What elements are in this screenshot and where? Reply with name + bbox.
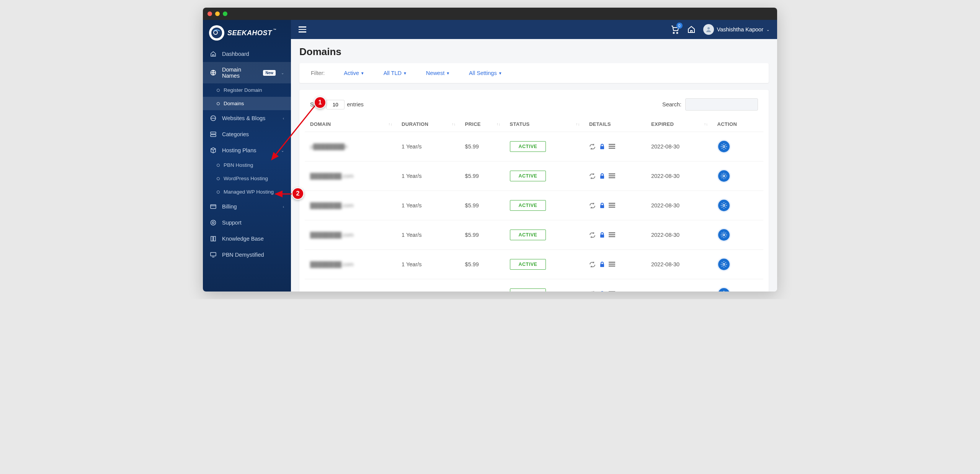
lock-icon[interactable] (599, 291, 605, 292)
cell-domain: ████████.com (305, 220, 396, 250)
cart-count-badge: 0 (676, 23, 683, 29)
cart-button[interactable]: 0 (670, 25, 679, 34)
refresh-icon[interactable] (589, 202, 596, 209)
action-gear-button[interactable] (717, 257, 731, 271)
action-gear-button[interactable] (717, 169, 731, 183)
list-icon[interactable] (609, 291, 615, 292)
app-window: SEEKAHOST™ Dashboard Domain Names New ⌄ … (203, 8, 777, 292)
sidebar-item-hosting-plans[interactable]: Hosting Plans ⌄ (203, 142, 291, 158)
svg-point-32 (723, 234, 725, 236)
sidebar-sub-domains[interactable]: Domains (203, 97, 291, 110)
user-menu-button[interactable]: Vashishtha Kapoor ⌄ (703, 24, 769, 35)
svg-rect-26 (609, 207, 615, 208)
list-icon[interactable] (609, 262, 615, 267)
col-price[interactable]: PRICE↑↓ (460, 117, 505, 132)
cell-domain: ████████.com (305, 250, 396, 279)
bullet-icon (217, 102, 220, 105)
svg-point-17 (723, 146, 725, 148)
filter-settings-dropdown[interactable]: All Settings▼ (469, 70, 502, 76)
sidebar-item-pbn-demystified[interactable]: PBN Demystified (203, 247, 291, 263)
sidebar-sub-managed-wp-hosting[interactable]: Managed WP Hosting (203, 185, 291, 199)
sidebar-sub-label: Register Domain (224, 87, 262, 93)
maximize-window-button[interactable] (223, 11, 227, 16)
lock-icon[interactable] (599, 144, 605, 150)
sidebar-item-label: Categories (222, 131, 249, 137)
col-domain[interactable]: DOMAIN↑↓ (305, 117, 396, 132)
bullet-icon (217, 191, 220, 194)
cell-details (584, 161, 646, 191)
cell-expired: 2022-08-30 (646, 220, 712, 250)
page-title: Domains (299, 46, 769, 58)
cell-action (712, 279, 763, 292)
sidebar-item-label: Knowledge Base (222, 236, 264, 242)
refresh-icon[interactable] (589, 173, 596, 179)
col-status[interactable]: STATUS↑↓ (505, 117, 584, 132)
action-gear-button[interactable] (717, 140, 731, 153)
list-icon[interactable] (609, 173, 615, 179)
new-badge: New (263, 70, 276, 76)
filter-active-dropdown[interactable]: Active▼ (344, 70, 364, 76)
menu-toggle-button[interactable] (299, 26, 306, 33)
refresh-icon[interactable] (589, 291, 596, 292)
lock-icon[interactable] (599, 173, 605, 179)
list-icon[interactable] (609, 144, 615, 149)
svg-rect-34 (609, 262, 615, 263)
sidebar-item-categories[interactable]: Categories (203, 126, 291, 142)
cell-action (712, 250, 763, 279)
cell-price: $5.99 (460, 191, 505, 220)
cell-status: ACTIVE (505, 279, 584, 292)
lock-icon[interactable] (599, 262, 605, 267)
action-gear-button[interactable] (717, 228, 731, 242)
lock-icon[interactable] (599, 203, 605, 208)
col-action: ACTION (712, 117, 763, 132)
sidebar-item-websites-blogs[interactable]: Websites & Blogs ‹ (203, 110, 291, 126)
action-gear-button[interactable] (717, 287, 731, 292)
table-row[interactable]: ████████.com 1 Year/s $5.99 ACTIVE 2022-… (305, 220, 763, 250)
card-icon (210, 203, 217, 210)
home-button[interactable] (687, 25, 696, 34)
refresh-icon[interactable] (589, 143, 596, 150)
sidebar-item-dashboard[interactable]: Dashboard (203, 46, 291, 62)
sidebar-item-knowledge-base[interactable]: Knowledge Base (203, 231, 291, 247)
table-row[interactable]: bikesfolia.com 1 Year/s $5.99 ACTIVE 202… (305, 279, 763, 292)
minimize-window-button[interactable] (215, 11, 220, 16)
svg-rect-28 (600, 235, 604, 238)
sidebar-sub-wordpress-hosting[interactable]: WordPress Hosting (203, 172, 291, 185)
box-icon (210, 147, 217, 154)
filter-tld-dropdown[interactable]: All TLD▼ (384, 70, 407, 76)
action-gear-button[interactable] (717, 199, 731, 212)
col-duration[interactable]: DURATION↑↓ (396, 117, 460, 132)
filter-newest-dropdown[interactable]: Newest▼ (426, 70, 450, 76)
brand-logo-icon (209, 25, 224, 41)
entries-select[interactable] (326, 100, 345, 109)
cell-details (584, 191, 646, 220)
lock-icon[interactable] (599, 232, 605, 238)
sidebar-item-billing[interactable]: Billing ‹ (203, 199, 291, 215)
bullet-icon (217, 164, 220, 167)
sidebar-item-label: Hosting Plans (222, 147, 256, 153)
globe-icon (210, 115, 217, 122)
list-icon[interactable] (609, 232, 615, 238)
search-input[interactable] (685, 98, 758, 111)
brand-logo[interactable]: SEEKAHOST™ (203, 20, 291, 46)
svg-point-10 (673, 33, 674, 34)
table-row[interactable]: ████████.com 1 Year/s $5.99 ACTIVE 2022-… (305, 250, 763, 279)
sidebar-item-domain-names[interactable]: Domain Names New ⌄ (203, 62, 291, 83)
sidebar-sub-register-domain[interactable]: Register Domain (203, 83, 291, 97)
table-row[interactable]: ████████.com 1 Year/s $5.99 ACTIVE 2022-… (305, 191, 763, 220)
svg-point-37 (723, 264, 725, 266)
refresh-icon[interactable] (589, 232, 596, 238)
bullet-icon (217, 177, 220, 180)
annotation-marker-2: 2 (292, 187, 304, 200)
globe-icon (210, 69, 217, 76)
table-row[interactable]: p████████n 1 Year/s $5.99 ACTIVE 2022-08… (305, 132, 763, 161)
sidebar-sub-pbn-hosting[interactable]: PBN Hosting (203, 158, 291, 172)
svg-rect-35 (609, 264, 615, 265)
table-row[interactable]: ████████.com 1 Year/s $5.99 ACTIVE 2022-… (305, 161, 763, 191)
sidebar-item-support[interactable]: Support (203, 215, 291, 231)
close-window-button[interactable] (207, 11, 212, 16)
list-icon[interactable] (609, 203, 615, 208)
refresh-icon[interactable] (589, 261, 596, 268)
col-expired[interactable]: EXPIRED↑↓ (646, 117, 712, 132)
domains-table: DOMAIN↑↓ DURATION↑↓ PRICE↑↓ STATUS↑↓ DET… (305, 117, 763, 292)
